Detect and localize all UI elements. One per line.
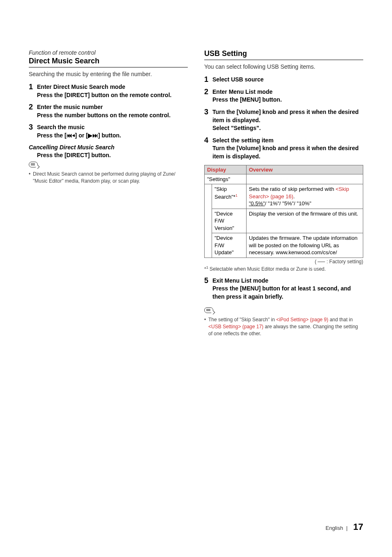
- step-number: 2: [204, 88, 210, 96]
- step-instruction: Press the [⏮◀] or [▶⏭] button.: [37, 132, 188, 140]
- prev-track-icon: ⏮◀: [67, 132, 75, 139]
- text: .: [293, 193, 295, 200]
- step-instruction: Select "Settings".: [212, 124, 363, 132]
- text: / "1%"/ "5%"/ "10%": [265, 200, 311, 207]
- step-content: Exit Menu List mode Press the [MENU] but…: [212, 277, 363, 301]
- step-number: 3: [204, 108, 210, 116]
- section-intro: You can select following USB Setting ite…: [204, 63, 363, 70]
- step-content: Enter Direct Music Search mode Press the…: [37, 83, 188, 99]
- footer-separator: |: [346, 525, 348, 531]
- step-5: 5 Exit Menu List mode Press the [MENU] b…: [204, 277, 363, 301]
- step-title: Select USB source: [212, 76, 363, 84]
- cell-overview: Updates the firmware. The update informa…: [246, 233, 363, 258]
- footer-language: English: [325, 525, 343, 531]
- step-instruction: Press the number buttons on the remote c…: [37, 111, 188, 120]
- right-column: USB Setting You can select following USB…: [204, 49, 363, 337]
- text: ] button.: [98, 132, 121, 139]
- step-1: 1 Select USB source: [204, 76, 363, 84]
- cell-display: "Device F/W Version": [212, 209, 247, 233]
- cell-display: "Skip Search"*1: [212, 184, 247, 209]
- step-content: Enter Menu List mode Press the [MENU] bu…: [212, 88, 363, 104]
- text: "Skip Search"*: [214, 186, 235, 200]
- table-row: "Device F/W Version" Display the version…: [205, 209, 363, 233]
- table-header-overview: Overview: [246, 165, 363, 174]
- step-instruction: Press the [DIRECT] button on the remote …: [37, 91, 188, 100]
- step-title: Turn the [Volume] knob and press it when…: [212, 108, 363, 124]
- section-title-direct-music-search: Direct Music Search: [29, 57, 188, 67]
- note-text: Direct Music Search cannot be performed …: [29, 171, 188, 185]
- left-column: Function of remote control Direct Music …: [29, 49, 188, 337]
- cell: [246, 174, 363, 184]
- link-usb-setting[interactable]: <USB Setting> (page 17): [208, 324, 263, 330]
- step-instruction: Press the [MENU] button.: [212, 96, 363, 104]
- step-3: 3 Search the music Press the [⏮◀] or [▶⏭…: [29, 123, 188, 139]
- page-content: Function of remote control Direct Music …: [0, 0, 392, 362]
- step-content: Search the music Press the [⏮◀] or [▶⏭] …: [37, 123, 188, 139]
- step-number: 4: [204, 137, 210, 145]
- step-4: 4 Select the setting item Turn the [Volu…: [204, 137, 363, 161]
- step-instruction: Press the [MENU] button for at least 1 s…: [212, 285, 363, 301]
- step-title: Search the music: [37, 123, 188, 132]
- indent-cell: [205, 184, 212, 258]
- text: The setting of "Skip Search" in: [208, 317, 276, 323]
- cancel-instruction: Press the [DIRECT] button.: [37, 151, 188, 160]
- default-value: "0.5%": [249, 200, 265, 207]
- cell-overview: Display the version of the firmware of t…: [246, 209, 363, 233]
- footnote-marker: 1: [235, 193, 238, 197]
- table-row: "Skip Search"*1 Sets the ratio of skip p…: [205, 184, 363, 209]
- note-icon: [29, 162, 38, 167]
- text: Press the [: [37, 132, 67, 139]
- step-number: 3: [29, 123, 35, 132]
- step-title: Exit Menu List mode: [212, 277, 363, 285]
- section-title-usb-setting: USB Setting: [204, 49, 363, 60]
- underline-icon: [318, 262, 325, 262]
- step-3: 3 Turn the [Volume] knob and press it wh…: [204, 108, 363, 132]
- cell-display: "Device F/W Update": [212, 233, 247, 258]
- footnote-text: Selectable when Music Editor media or Zu…: [208, 266, 326, 272]
- step-number: 1: [29, 83, 35, 91]
- table-footnote: *1 Selectable when Music Editor media or…: [204, 265, 363, 273]
- function-note: Function of remote control: [29, 49, 188, 56]
- step-number: 5: [204, 277, 210, 285]
- step-number: 2: [29, 103, 35, 111]
- step-title: Enter Menu List mode: [212, 88, 363, 96]
- note-icon: [204, 307, 213, 313]
- table-row: "Settings": [205, 174, 363, 184]
- step-title: Select the setting item: [212, 137, 363, 145]
- step-instruction: Turn the [Volume] knob and press it when…: [212, 144, 363, 160]
- factory-setting-note: ( : Factory setting): [204, 259, 363, 265]
- cancel-subtitle: Cancelling Direct Music Search: [29, 144, 188, 151]
- footer-page-number: 17: [353, 522, 363, 532]
- text: ] or [: [75, 132, 88, 139]
- table-row: "Device F/W Update" Updates the firmware…: [205, 233, 363, 258]
- step-2: 2 Enter Menu List mode Press the [MENU] …: [204, 88, 363, 104]
- settings-table: Display Overview "Settings" "Skip Search…: [204, 165, 363, 258]
- section-intro: Searching the music by entering the file…: [29, 71, 188, 77]
- next-track-icon: ▶⏭: [88, 132, 98, 139]
- step-title: Enter Direct Music Search mode: [37, 83, 188, 91]
- step-2: 2 Enter the music number Press the numbe…: [29, 103, 188, 119]
- settings-label: "Settings": [205, 174, 247, 184]
- table-header-display: Display: [205, 165, 247, 174]
- text: Sets the ratio of skip performed with: [249, 186, 336, 192]
- step-content: Select USB source: [212, 76, 363, 84]
- text: (: [315, 259, 318, 265]
- page-footer: English | 17: [325, 522, 363, 532]
- step-content: Enter the music number Press the number …: [37, 103, 188, 119]
- text: : Factory setting): [325, 259, 363, 265]
- link-ipod-setting[interactable]: <iPod Setting> (page 9): [276, 317, 328, 323]
- step-content: Turn the [Volume] knob and press it when…: [212, 108, 363, 132]
- cell-overview: Sets the ratio of skip performed with <S…: [246, 184, 363, 209]
- step-title: Enter the music number: [37, 103, 188, 111]
- text: and that in: [328, 317, 353, 323]
- step-content: Select the setting item Turn the [Volume…: [212, 137, 363, 161]
- note-text: The setting of "Skip Search" in <iPod Se…: [204, 316, 363, 337]
- step-number: 1: [204, 76, 210, 84]
- step-1: 1 Enter Direct Music Search mode Press t…: [29, 83, 188, 99]
